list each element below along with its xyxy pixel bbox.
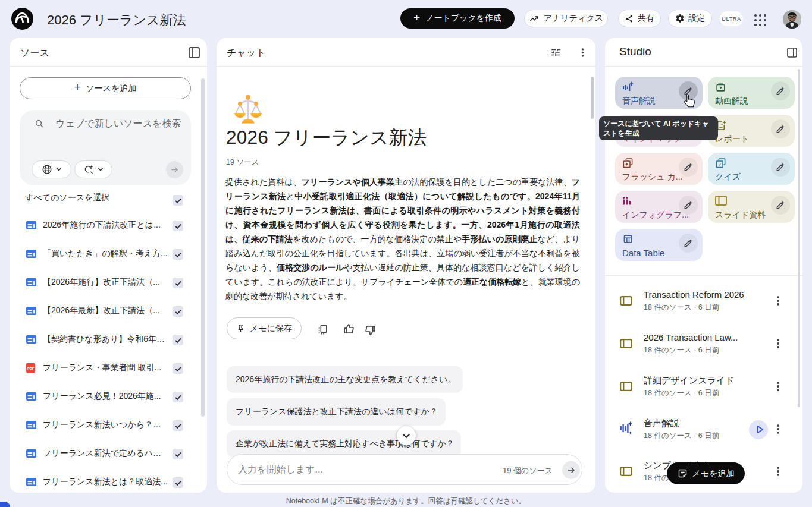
svg-text:PDF: PDF xyxy=(27,367,35,370)
svg-text:?: ? xyxy=(719,162,721,167)
